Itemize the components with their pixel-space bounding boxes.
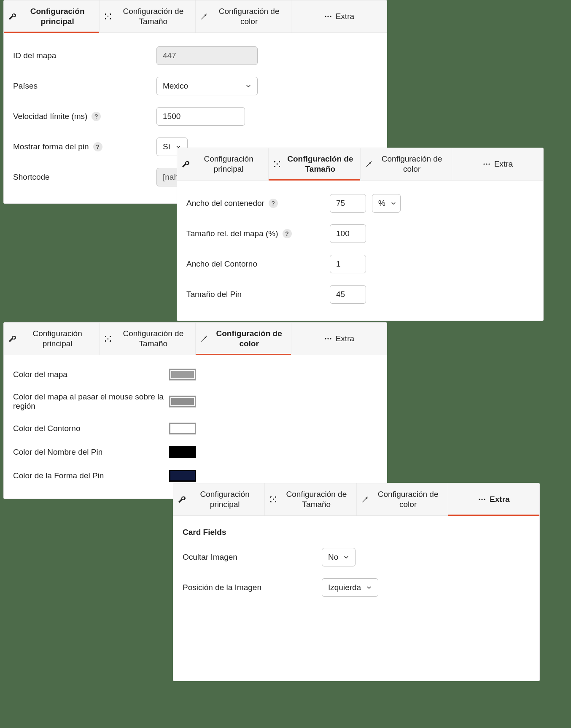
tab-size[interactable]: Configuración de Tamaño bbox=[100, 323, 195, 355]
tab-main-label: Configuración principal bbox=[189, 489, 260, 510]
pin-shape-value: Sí bbox=[163, 142, 170, 151]
outline-width-label: Ancho del Contorno bbox=[186, 259, 257, 269]
throttle-input[interactable] bbox=[156, 107, 245, 126]
panel-color-body: Color del mapa Color del mapa al pasar e… bbox=[4, 355, 387, 499]
tabbar-main: Configuración principal Configuración de… bbox=[4, 0, 387, 33]
pin-shape-color-swatch[interactable] bbox=[169, 470, 196, 482]
tab-extra[interactable]: Extra bbox=[291, 0, 387, 32]
row-map-hover-color: Color del mapa al pasar el mouse sobre l… bbox=[13, 386, 377, 417]
resize-icon bbox=[104, 334, 112, 343]
panel-size: Configuración principal Configuración de… bbox=[177, 148, 544, 321]
tab-extra[interactable]: Extra bbox=[448, 483, 539, 515]
pin-name-color-swatch[interactable] bbox=[169, 446, 196, 458]
chevron-down-icon bbox=[391, 200, 396, 206]
shortcode-label: Shortcode bbox=[13, 173, 50, 182]
countries-value: Mexico bbox=[163, 81, 188, 91]
hide-image-label: Ocultar Imagen bbox=[183, 553, 237, 562]
tab-extra[interactable]: Extra bbox=[291, 323, 387, 355]
row-map-color: Color del mapa bbox=[13, 363, 377, 386]
tab-main-label: Configuración principal bbox=[20, 6, 95, 27]
tab-main[interactable]: Configuración principal bbox=[4, 0, 100, 32]
tab-size-label: Configuración de Tamaño bbox=[285, 154, 356, 174]
hide-image-select[interactable]: No bbox=[322, 548, 356, 566]
chevron-down-icon bbox=[343, 554, 349, 560]
row-image-position: Posición de la Imagen Izquierda bbox=[183, 572, 530, 603]
tab-main[interactable]: Configuración principal bbox=[173, 483, 265, 515]
tab-size-label: Configuración de Tamaño bbox=[116, 329, 191, 349]
dots-icon bbox=[478, 495, 486, 504]
tab-main[interactable]: Configuración principal bbox=[4, 323, 100, 355]
outline-color-label: Color del Contorno bbox=[13, 424, 80, 433]
pin-shape-color-label: Color de la Forma del Pin bbox=[13, 471, 104, 480]
tab-extra-label: Extra bbox=[336, 11, 354, 22]
resize-icon bbox=[273, 160, 281, 168]
tab-size[interactable]: Configuración de Tamaño bbox=[269, 148, 360, 180]
map-color-swatch[interactable] bbox=[169, 369, 196, 380]
panel-extra-body: Card Fields Ocultar Imagen No Posición d… bbox=[173, 516, 539, 614]
dropper-icon bbox=[200, 334, 208, 343]
container-width-input[interactable] bbox=[330, 194, 366, 213]
outline-width-input[interactable] bbox=[330, 255, 366, 273]
tab-color-label: Configuración de color bbox=[373, 489, 444, 510]
rel-size-input[interactable] bbox=[330, 224, 366, 243]
countries-select[interactable]: Mexico bbox=[156, 77, 258, 95]
dropper-icon bbox=[365, 160, 373, 168]
tab-color-label: Configuración de color bbox=[212, 329, 287, 349]
dots-icon bbox=[324, 12, 332, 21]
dropper-icon bbox=[200, 12, 208, 21]
pin-name-color-label: Color del Nombre del Pin bbox=[13, 448, 102, 457]
chevron-down-icon bbox=[366, 585, 372, 590]
tab-extra-label: Extra bbox=[336, 334, 354, 344]
tab-color[interactable]: Configuración de color bbox=[361, 148, 452, 180]
pin-shape-label: Mostrar forma del pin bbox=[13, 142, 89, 151]
wrench-icon bbox=[8, 334, 16, 343]
row-hide-image: Ocultar Imagen No bbox=[183, 542, 530, 572]
tab-extra[interactable]: Extra bbox=[452, 148, 543, 180]
tab-color[interactable]: Configuración de color bbox=[196, 0, 291, 32]
tab-color[interactable]: Configuración de color bbox=[357, 483, 448, 515]
tab-color-label: Configuración de color bbox=[212, 6, 287, 27]
row-container-width: Ancho del contenedor ? % bbox=[186, 188, 534, 218]
rel-size-label: Tamaño rel. del mapa (%) bbox=[186, 229, 278, 238]
outline-color-swatch[interactable] bbox=[169, 423, 196, 434]
help-icon[interactable]: ? bbox=[269, 199, 278, 208]
row-countries: Países Mexico bbox=[13, 71, 377, 101]
card-fields-heading: Card Fields bbox=[183, 523, 530, 542]
map-hover-color-label: Color del mapa al pasar el mouse sobre l… bbox=[13, 392, 169, 411]
image-position-select[interactable]: Izquierda bbox=[322, 578, 378, 597]
row-outline-color: Color del Contorno bbox=[13, 417, 377, 440]
row-pin-size: Tamaño del Pin bbox=[186, 279, 534, 310]
tab-main[interactable]: Configuración principal bbox=[177, 148, 269, 180]
image-position-value: Izquierda bbox=[328, 583, 361, 592]
tab-size-label: Configuración de Tamaño bbox=[281, 489, 352, 510]
help-icon[interactable]: ? bbox=[92, 112, 101, 121]
pin-size-input[interactable] bbox=[330, 285, 366, 304]
pin-size-label: Tamaño del Pin bbox=[186, 290, 242, 299]
map-hover-color-swatch[interactable] bbox=[169, 396, 196, 407]
resize-icon bbox=[269, 495, 277, 504]
tab-main-label: Configuración principal bbox=[193, 154, 264, 174]
tab-color[interactable]: Configuración de color bbox=[196, 323, 291, 355]
image-position-label: Posición de la Imagen bbox=[183, 583, 261, 592]
container-width-unit-select[interactable]: % bbox=[372, 194, 401, 213]
panel-color: Configuración principal Configuración de… bbox=[3, 322, 387, 499]
row-throttle: Velocidad límite (ms) ? bbox=[13, 101, 377, 132]
resize-icon bbox=[104, 12, 112, 21]
help-icon[interactable]: ? bbox=[283, 229, 292, 238]
tab-size-label: Configuración de Tamaño bbox=[116, 6, 191, 27]
tab-size[interactable]: Configuración de Tamaño bbox=[100, 0, 195, 32]
panel-extra: Configuración principal Configuración de… bbox=[173, 483, 540, 681]
row-rel-size: Tamaño rel. del mapa (%) ? bbox=[186, 218, 534, 249]
tab-size[interactable]: Configuración de Tamaño bbox=[265, 483, 356, 515]
help-icon[interactable]: ? bbox=[93, 142, 102, 151]
tab-extra-label: Extra bbox=[490, 494, 510, 504]
tabbar-size: Configuración principal Configuración de… bbox=[177, 148, 543, 181]
row-outline-width: Ancho del Contorno bbox=[186, 249, 534, 279]
tab-extra-label: Extra bbox=[494, 159, 513, 169]
container-width-unit: % bbox=[378, 199, 385, 208]
row-pin-name-color: Color del Nombre del Pin bbox=[13, 440, 377, 464]
map-id-label: ID del mapa bbox=[13, 51, 56, 60]
tab-main-label: Configuración principal bbox=[20, 329, 95, 349]
wrench-icon bbox=[8, 12, 16, 21]
map-color-label: Color del mapa bbox=[13, 370, 67, 379]
